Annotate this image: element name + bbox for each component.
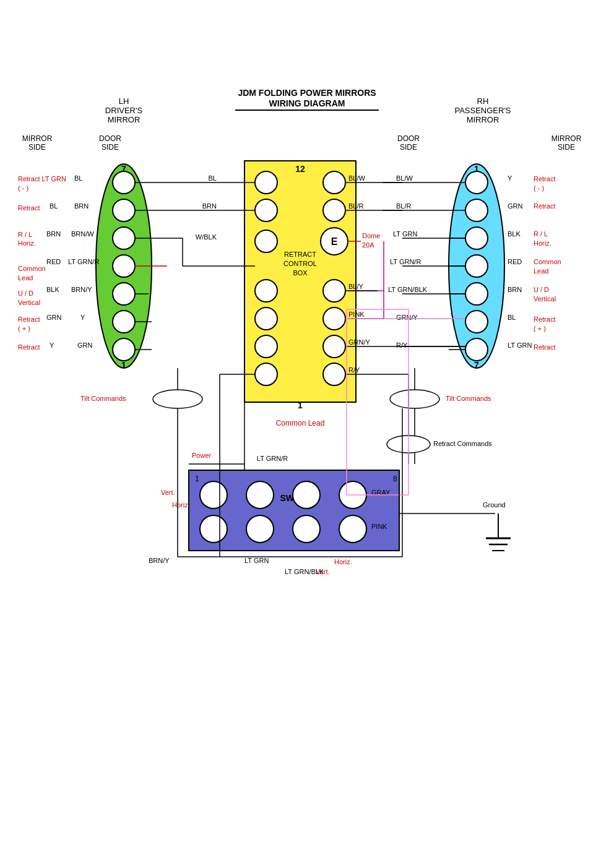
rh-connector-num-bottom: 7	[474, 360, 479, 370]
svg-point-16	[465, 171, 488, 194]
svg-point-15	[113, 338, 135, 361]
lh-y-label: Y	[80, 314, 85, 321]
svg-text:( - ): ( - )	[534, 184, 544, 192]
svg-text:( - ): ( - )	[18, 184, 28, 192]
cb-wblk-label: W/BLK	[196, 233, 217, 241]
lh-brn-label: BRN	[74, 202, 89, 210]
rh-retract-bottom-label: Retract	[534, 343, 555, 351]
lh-bl-label: BL	[74, 174, 82, 182]
rh-bl-mirror-label: BL	[508, 314, 516, 321]
rh-ry-label: R/Y	[396, 342, 408, 349]
svg-point-33	[323, 280, 345, 302]
lh-brnw-label: BRN/W	[71, 230, 94, 238]
rh-y-mirror-label: Y	[508, 174, 512, 182]
cb-bl-label: BL	[209, 174, 217, 182]
rh-red-mirror-label: RED	[508, 258, 522, 265]
svg-text:PASSENGER'S: PASSENGER'S	[454, 106, 511, 115]
svg-point-14	[113, 311, 135, 333]
rh-retract2-label: Retract	[534, 202, 555, 210]
lh-mirror-side-label: MIRROR	[22, 134, 53, 143]
svg-point-28	[255, 335, 277, 358]
svg-point-78	[293, 515, 320, 543]
ground-label: Ground	[483, 501, 506, 509]
common-lead-bottom-label: Common Lead	[276, 419, 325, 428]
svg-text:Lead: Lead	[18, 274, 33, 281]
rh-grn-mirror-label: GRN	[508, 202, 523, 210]
lh-blk-label: BLK	[46, 286, 59, 293]
svg-point-18	[465, 227, 488, 249]
lh-y-mirror-label: Y	[50, 342, 54, 349]
svg-point-25	[255, 230, 277, 252]
lh-retract-plus-label: Retract	[18, 316, 40, 323]
lh-retract-ltgrn-label: Retract LT GRN	[18, 175, 66, 183]
svg-point-20	[465, 283, 488, 305]
ltgrnblk-bottom-label: LT GRN/BLK	[285, 568, 324, 575]
cb-brn-label: BRN	[202, 202, 217, 210]
svg-point-35	[323, 335, 345, 358]
cb-bly-label: BL/Y	[348, 283, 364, 290]
switch-num8: 8	[393, 475, 397, 483]
horiz-bottom-label: Horiz.	[334, 558, 352, 565]
svg-text:Lead: Lead	[534, 267, 548, 275]
svg-point-21	[465, 311, 488, 333]
svg-text:DRIVER'S: DRIVER'S	[105, 106, 143, 115]
lh-grn-label: GRN	[77, 342, 93, 349]
rh-mirror-label: RH	[477, 97, 489, 106]
svg-point-34	[323, 307, 345, 330]
svg-point-79	[339, 515, 366, 543]
svg-text:Vertical: Vertical	[534, 295, 556, 303]
lh-rl-horiz-label: R / L	[18, 231, 32, 238]
svg-point-12	[113, 255, 135, 277]
svg-text:MIRROR: MIRROR	[108, 115, 141, 124]
svg-text:SIDE: SIDE	[558, 143, 575, 152]
rh-retract-label: Retract	[534, 175, 555, 183]
wiring-diagram: JDM FOLDING POWER MIRRORS WIRING DIAGRAM…	[0, 0, 614, 868]
ltgrnr-switch-label: LT GRN/R	[257, 455, 288, 462]
brny-bottom-label: BRN/Y	[149, 557, 170, 564]
lh-retract-label: Retract	[18, 204, 40, 212]
svg-text:( + ): ( + )	[18, 325, 30, 332]
rh-ud-vert-label: U / D	[534, 286, 549, 293]
diagram-subtitle: WIRING DIAGRAM	[269, 98, 345, 108]
retract-commands-label: Retract Commands	[433, 440, 492, 447]
horiz-label: Horiz.	[172, 501, 190, 509]
diagram-title: JDM FOLDING POWER MIRRORS	[238, 88, 376, 98]
rh-blk-mirror-label: BLK	[508, 230, 521, 238]
rh-common-lead-label: Common	[534, 258, 561, 265]
rh-door-side-label: DOOR	[397, 134, 420, 143]
lh-connector-num-bottom: 1	[121, 360, 126, 370]
power-label: Power	[192, 452, 212, 459]
svg-point-24	[255, 199, 277, 221]
dome-label: Dome	[362, 232, 380, 239]
svg-text:SIDE: SIDE	[400, 143, 417, 152]
svg-text:CONTROL: CONTROL	[283, 260, 317, 267]
rh-grny-label: GRN/Y	[396, 314, 418, 321]
lh-bl-mirror-label: BL	[50, 202, 58, 210]
pink-label: PINK	[371, 523, 387, 530]
control-box-num-top: 12	[295, 164, 305, 174]
control-box-num-bottom: 1	[298, 400, 303, 410]
svg-point-29	[255, 363, 277, 385]
rh-blr-label: BL/R	[396, 202, 412, 210]
svg-text:Horiz.: Horiz.	[18, 239, 36, 247]
svg-point-9	[113, 171, 135, 194]
retract-control-box-label: RETRACT	[284, 251, 316, 258]
rh-ltgrnr-label: LT GRN/R	[390, 258, 421, 265]
svg-point-77	[246, 515, 274, 543]
svg-point-13	[113, 283, 135, 305]
svg-point-26	[255, 280, 277, 302]
lh-door-side-label: DOOR	[99, 134, 121, 143]
lh-ltgrnr-label: LT GRN/R	[68, 258, 99, 265]
svg-point-22	[465, 338, 488, 361]
lh-common-lead-label: Common	[18, 265, 46, 272]
svg-text:SIDE: SIDE	[28, 143, 46, 152]
cb-blw-label: BL/W	[348, 174, 366, 182]
lh-mirror-label: LH	[119, 97, 129, 106]
rh-ltgrn-label: LT GRN	[393, 230, 417, 238]
cb-ry-label: R/Y	[348, 366, 360, 374]
svg-text:( + ): ( + )	[534, 325, 546, 332]
svg-point-31	[323, 199, 345, 221]
svg-point-11	[113, 227, 135, 249]
lh-brny-label: BRN/Y	[71, 286, 92, 293]
rh-ltgrn-mirror-label: LT GRN	[508, 342, 532, 349]
